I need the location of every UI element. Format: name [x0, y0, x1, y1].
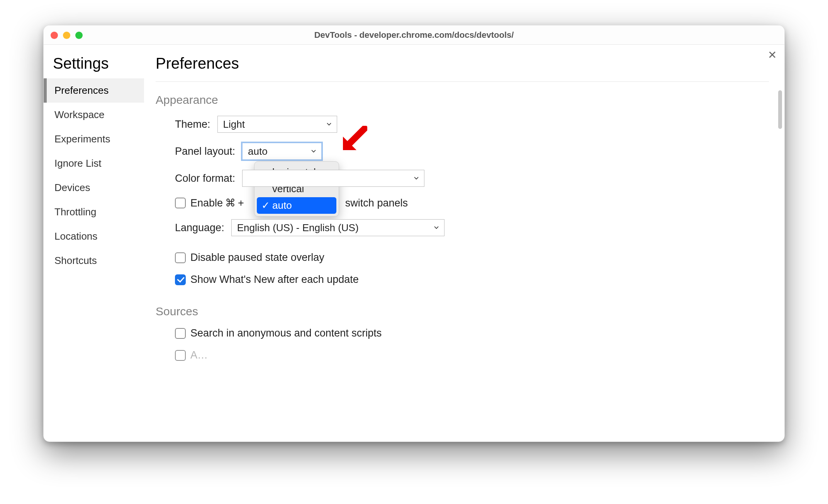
disable-overlay-label: Disable paused state overlay: [190, 252, 324, 264]
truncated-checkbox[interactable]: [175, 350, 186, 361]
truncated-row: A…: [156, 349, 769, 361]
sidebar: Settings Preferences Workspace Experimen…: [44, 45, 144, 441]
sidebar-item-preferences[interactable]: Preferences: [44, 78, 144, 103]
whatsnew-row: Show What's New after each update: [156, 274, 769, 286]
sidebar-item-label: Workspace: [54, 109, 105, 120]
sidebar-item-label: Shortcuts: [54, 255, 97, 266]
chevron-down-icon: [434, 226, 439, 229]
sidebar-item-shortcuts[interactable]: Shortcuts: [44, 249, 144, 273]
sidebar-item-workspace[interactable]: Workspace: [44, 103, 144, 127]
color-format-select[interactable]: [242, 170, 424, 187]
language-select[interactable]: English (US) - English (US): [231, 219, 445, 236]
search-anon-checkbox[interactable]: [175, 328, 186, 339]
section-appearance-heading: Appearance: [156, 93, 769, 107]
command-icon: ⌘: [225, 197, 236, 209]
dropdown-option-label: auto: [272, 200, 292, 211]
color-format-label: Color format:: [175, 173, 235, 184]
window-titlebar: DevTools - developer.chrome.com/docs/dev…: [44, 25, 784, 45]
section-sources: Sources Search in anonymous and content …: [156, 305, 769, 361]
chevron-down-icon: [311, 150, 316, 153]
enable-shortcut-row: Enable ⌘ + switch panels: [156, 197, 769, 209]
panel-layout-select-value: auto: [248, 145, 268, 157]
panel-layout-label: Panel layout:: [175, 145, 235, 157]
sidebar-item-devices[interactable]: Devices: [44, 176, 144, 200]
chevron-down-icon: [414, 177, 419, 180]
disable-overlay-row: Disable paused state overlay: [156, 252, 769, 264]
whatsnew-label: Show What's New after each update: [190, 274, 359, 286]
theme-label: Theme:: [175, 118, 210, 130]
theme-select-value: Light: [223, 118, 245, 130]
whatsnew-checkbox[interactable]: [175, 274, 186, 285]
chevron-down-icon: [327, 123, 331, 126]
language-label: Language:: [175, 222, 224, 234]
panel-layout-row: Panel layout: auto horizonta: [156, 143, 769, 160]
sidebar-item-experiments[interactable]: Experiments: [44, 127, 144, 151]
truncated-label: A…: [190, 349, 208, 361]
sidebar-list: Preferences Workspace Experiments Ignore…: [44, 78, 144, 273]
sidebar-item-locations[interactable]: Locations: [44, 224, 144, 249]
sidebar-item-label: Experiments: [54, 133, 110, 145]
sidebar-item-label: Devices: [54, 182, 90, 193]
window-close-icon[interactable]: [51, 32, 58, 39]
page-title: Preferences: [156, 55, 769, 72]
window-traffic-lights: [51, 32, 83, 39]
window-minimize-icon[interactable]: [63, 32, 70, 39]
theme-row: Theme: Light: [156, 116, 769, 133]
annotation-arrow-icon: [340, 126, 367, 154]
sidebar-item-label: Locations: [54, 230, 97, 242]
window-maximize-icon[interactable]: [75, 32, 83, 39]
language-select-value: English (US) - English (US): [237, 222, 359, 234]
settings-heading: Settings: [44, 55, 144, 78]
sidebar-item-ignore-list[interactable]: Ignore List: [44, 151, 144, 176]
search-anon-row: Search in anonymous and content scripts: [156, 327, 769, 339]
settings-content: ✕ Settings Preferences Workspace Experim…: [44, 45, 784, 441]
color-format-row: Color format:: [156, 170, 769, 187]
theme-select[interactable]: Light: [217, 116, 337, 133]
main-panel: Preferences Appearance Theme: Light Pane…: [144, 45, 784, 441]
search-anon-label: Search in anonymous and content scripts: [190, 327, 382, 339]
sidebar-item-label: Ignore List: [54, 157, 101, 169]
disable-overlay-checkbox[interactable]: [175, 252, 186, 263]
divider: [156, 81, 769, 82]
panel-layout-select[interactable]: auto: [242, 143, 322, 160]
sidebar-item-label: Preferences: [54, 85, 109, 96]
language-row: Language: English (US) - English (US): [156, 219, 769, 236]
dropdown-option-auto[interactable]: auto: [257, 197, 336, 214]
window-title: DevTools - developer.chrome.com/docs/dev…: [44, 30, 784, 40]
enable-shortcut-checkbox[interactable]: [175, 198, 186, 208]
sidebar-item-label: Throttling: [54, 206, 96, 218]
section-sources-heading: Sources: [156, 305, 769, 318]
devtools-settings-window: DevTools - developer.chrome.com/docs/dev…: [43, 25, 785, 442]
sidebar-item-throttling[interactable]: Throttling: [44, 200, 144, 224]
